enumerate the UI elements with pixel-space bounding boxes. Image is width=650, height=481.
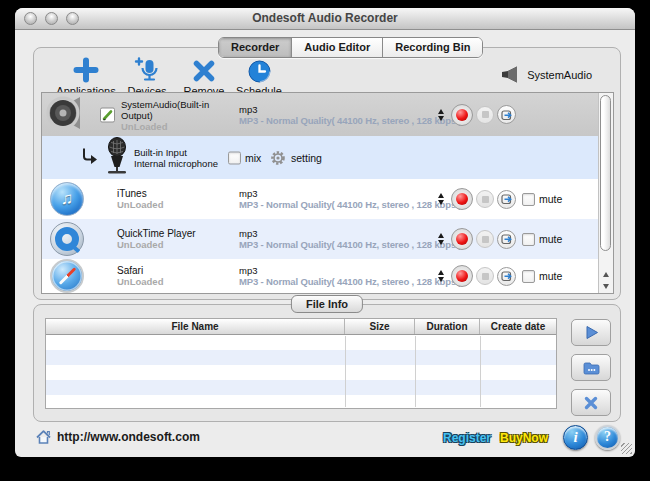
record-dot-icon bbox=[456, 109, 468, 121]
recorder-panel: Applications Devices Remove bbox=[33, 47, 621, 300]
stop-button[interactable] bbox=[476, 190, 494, 208]
play-file-button[interactable] bbox=[571, 319, 611, 346]
mute-checkbox[interactable] bbox=[522, 193, 535, 206]
source-row-builtin-input[interactable]: Built-in Input Internal microphone mix bbox=[42, 136, 598, 179]
stop-button[interactable] bbox=[476, 267, 494, 285]
volume-stepper[interactable] bbox=[436, 270, 446, 282]
record-button[interactable] bbox=[451, 188, 473, 210]
scroll-up-arrow[interactable] bbox=[599, 272, 613, 277]
play-icon bbox=[584, 325, 599, 340]
export-arrow-icon bbox=[501, 109, 513, 121]
resize-grip[interactable] bbox=[621, 443, 632, 454]
source-name: iTunes bbox=[117, 188, 235, 199]
gear-icon bbox=[270, 150, 286, 166]
source-name: SystemAudio(Built-in Output) bbox=[121, 98, 227, 120]
stop-button[interactable] bbox=[476, 230, 494, 248]
source-name: Safari bbox=[117, 265, 235, 276]
source-status: UnLoaded bbox=[117, 276, 235, 287]
open-folder-button[interactable] bbox=[571, 354, 611, 381]
record-dot-icon bbox=[456, 233, 468, 245]
main-tabbar: Recorder Audio Editor Recording Bin bbox=[218, 37, 483, 58]
source-row-safari[interactable]: Safari UnLoaded mp3 MP3 - Normal Quality… bbox=[42, 259, 598, 293]
info-button[interactable]: i bbox=[563, 425, 588, 450]
column-duration: Duration bbox=[415, 319, 480, 334]
quality-value: MP3 - Normal Quality( 44100 Hz, stereo ,… bbox=[239, 199, 439, 210]
export-button[interactable] bbox=[497, 230, 516, 249]
source-row-quicktime[interactable]: QuickTime Player UnLoaded mp3 MP3 - Norm… bbox=[42, 219, 598, 259]
tab-audio-editor[interactable]: Audio Editor bbox=[292, 38, 383, 57]
quality-value: MP3 - Normal Quality( 44100 Hz, stereo ,… bbox=[239, 115, 439, 126]
export-button[interactable] bbox=[497, 267, 516, 286]
scrollbar-thumb[interactable] bbox=[600, 95, 611, 251]
format-value: mp3 bbox=[239, 188, 439, 199]
mix-label: mix bbox=[245, 152, 261, 164]
website-url[interactable]: http://www.ondesoft.com bbox=[57, 430, 200, 444]
export-button[interactable] bbox=[497, 190, 516, 209]
volume-stepper[interactable] bbox=[436, 193, 446, 205]
record-button[interactable] bbox=[451, 228, 473, 250]
mute-label: mute bbox=[539, 270, 562, 282]
column-divider bbox=[345, 336, 346, 407]
safari-icon bbox=[50, 259, 84, 293]
format-value: mp3 bbox=[239, 265, 439, 276]
scroll-down-arrow[interactable] bbox=[599, 284, 613, 289]
format-value: mp3 bbox=[239, 104, 439, 115]
volume-stepper[interactable] bbox=[436, 109, 446, 121]
stop-square-icon bbox=[482, 196, 489, 203]
source-status: UnLoaded bbox=[117, 199, 235, 210]
mix-checkbox[interactable] bbox=[228, 151, 241, 164]
record-button[interactable] bbox=[451, 265, 473, 287]
mute-checkbox[interactable] bbox=[522, 270, 535, 283]
itunes-icon: ♫ bbox=[50, 182, 84, 216]
file-info-panel: File Info File Name Size Duration Create… bbox=[33, 304, 621, 422]
source-name-block: iTunes UnLoaded bbox=[117, 188, 235, 210]
source-status: UnLoaded bbox=[121, 120, 227, 131]
title-bar: Ondesoft Audio Recorder bbox=[15, 8, 635, 30]
quality-value: MP3 - Normal Quality( 44100 Hz, stereo ,… bbox=[239, 239, 439, 250]
tab-recording-bin[interactable]: Recording Bin bbox=[383, 38, 482, 57]
file-info-title: File Info bbox=[291, 295, 363, 313]
home-icon[interactable] bbox=[35, 429, 52, 449]
buynow-link[interactable]: BuyNow bbox=[500, 431, 548, 445]
column-divider bbox=[480, 336, 481, 407]
stop-square-icon bbox=[482, 236, 489, 243]
microphone-icon bbox=[104, 137, 130, 179]
close-window-button[interactable] bbox=[24, 12, 37, 25]
format-block: mp3 MP3 - Normal Quality( 44100 Hz, ster… bbox=[239, 104, 439, 126]
record-button[interactable] bbox=[451, 104, 473, 126]
mute-control: mute bbox=[522, 193, 562, 206]
export-arrow-icon bbox=[501, 270, 513, 282]
source-row-itunes[interactable]: ♫ iTunes UnLoaded mp3 MP3 - Normal Quali… bbox=[42, 179, 598, 219]
delete-file-button[interactable] bbox=[571, 389, 611, 416]
speaker-icon bbox=[501, 66, 521, 83]
stop-button[interactable] bbox=[476, 106, 494, 124]
minimize-window-button[interactable] bbox=[45, 12, 58, 25]
source-name: QuickTime Player bbox=[117, 228, 235, 239]
edit-format-icon bbox=[100, 107, 115, 122]
mix-control: mix bbox=[228, 151, 261, 164]
register-link[interactable]: Register bbox=[443, 431, 491, 445]
row-controls: mute bbox=[436, 265, 562, 287]
mute-checkbox[interactable] bbox=[522, 233, 535, 246]
tab-recorder[interactable]: Recorder bbox=[219, 38, 292, 57]
format-block: mp3 MP3 - Normal Quality( 44100 Hz, ster… bbox=[239, 228, 439, 250]
desktop-background: Ondesoft Audio Recorder Recorder Audio E… bbox=[0, 0, 650, 481]
system-audio-indicator: SystemAudio bbox=[501, 66, 592, 83]
export-arrow-icon bbox=[501, 233, 513, 245]
column-divider bbox=[415, 336, 416, 407]
file-table: File Name Size Duration Create date bbox=[45, 318, 557, 409]
source-name-block: Safari UnLoaded bbox=[117, 265, 235, 287]
help-button[interactable]: ? bbox=[595, 425, 620, 450]
mute-label: mute bbox=[539, 193, 562, 205]
list-scrollbar[interactable] bbox=[598, 93, 613, 293]
export-button[interactable] bbox=[497, 105, 516, 124]
setting-control[interactable]: setting bbox=[270, 150, 322, 166]
source-name-block: SystemAudio(Built-in Output) UnLoaded bbox=[121, 98, 227, 131]
record-dot-icon bbox=[456, 270, 468, 282]
schedule-button[interactable]: Schedule bbox=[221, 56, 297, 97]
export-arrow-icon bbox=[501, 193, 513, 205]
window-title: Ondesoft Audio Recorder bbox=[15, 8, 635, 29]
volume-stepper[interactable] bbox=[436, 233, 446, 245]
zoom-window-button[interactable] bbox=[66, 12, 79, 25]
source-row-system-audio[interactable]: SystemAudio(Built-in Output) UnLoaded mp… bbox=[42, 93, 598, 136]
